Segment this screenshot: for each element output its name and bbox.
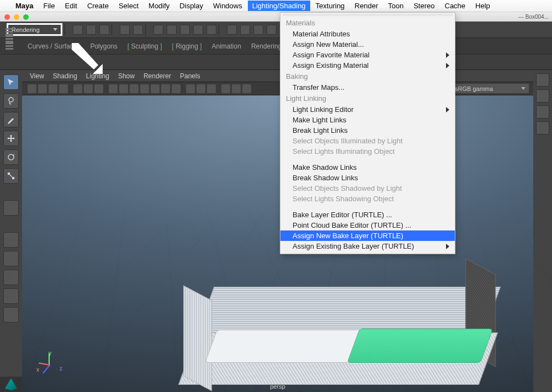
- shaded-icon[interactable]: [130, 84, 139, 93]
- minimize-icon[interactable]: [14, 14, 19, 20]
- menu-make-light-links[interactable]: Make Light Links: [280, 115, 455, 125]
- wire-shaded-icon[interactable]: [140, 84, 149, 93]
- bookmark-icon[interactable]: [49, 84, 57, 93]
- paint-tool[interactable]: [3, 112, 19, 127]
- redo-icon[interactable]: [133, 25, 143, 35]
- menu-select[interactable]: Select: [119, 2, 139, 10]
- channel-box-icon[interactable]: [536, 73, 549, 87]
- zoom-icon[interactable]: [23, 14, 29, 20]
- menu-assign-existing-bake-layer[interactable]: Assign Existing Bake Layer (TURTLE): [280, 241, 455, 251]
- menu-windows[interactable]: Windows: [213, 2, 242, 10]
- menu-light-linking-editor[interactable]: Light Linking Editor: [280, 104, 455, 115]
- snap-point-icon[interactable]: [253, 25, 263, 35]
- undo-icon[interactable]: [120, 25, 130, 35]
- menu-help[interactable]: Help: [475, 2, 490, 10]
- menu-render[interactable]: Render: [354, 2, 378, 10]
- wire-icon[interactable]: [119, 84, 128, 93]
- open-scene-icon[interactable]: [86, 25, 96, 35]
- menu-modify[interactable]: Modify: [148, 2, 169, 10]
- paint-select-icon[interactable]: [180, 25, 190, 35]
- snap-curve-icon[interactable]: [240, 25, 250, 35]
- menu-material-attributes[interactable]: Material Attributes: [280, 29, 455, 39]
- submenu-arrow-icon: [446, 107, 449, 112]
- rotate-tool[interactable]: [3, 149, 19, 165]
- textured-icon[interactable]: [151, 84, 160, 93]
- layer-editor-icon[interactable]: [536, 89, 549, 103]
- film-gate-icon[interactable]: [84, 84, 93, 93]
- menu-make-shadow-links[interactable]: Make Shadow Links: [280, 162, 455, 173]
- svg-point-2: [9, 98, 13, 102]
- menu-app[interactable]: Maya: [15, 2, 34, 10]
- safe-icon[interactable]: [94, 84, 103, 93]
- viewport[interactable]: y z x persp: [22, 95, 533, 392]
- menu-file[interactable]: File: [44, 2, 55, 10]
- menu-section-baking: Baking: [280, 71, 455, 82]
- shelf-tab-rigging[interactable]: [ Rigging ]: [172, 42, 201, 50]
- menu-assign-favorite-material[interactable]: Assign Favorite Material: [280, 50, 455, 60]
- menu-assign-new-bake-layer[interactable]: Assign New Bake Layer (TURTLE): [280, 230, 455, 241]
- menu-lighting-shading[interactable]: Lighting/Shading: [248, 1, 310, 11]
- menu-cache[interactable]: Cache: [445, 2, 466, 10]
- new-scene-icon[interactable]: [73, 25, 83, 35]
- menu-break-light-links[interactable]: Break Light Links: [280, 125, 455, 136]
- menu-display[interactable]: Display: [179, 2, 203, 10]
- grid-icon[interactable]: [109, 84, 118, 93]
- menu-break-shadow-links[interactable]: Break Shadow Links: [280, 173, 455, 183]
- aa-icon[interactable]: [242, 84, 251, 93]
- menu-texturing[interactable]: Texturing: [316, 2, 345, 10]
- snap-plane-icon[interactable]: [267, 25, 277, 35]
- select-tool-icon[interactable]: [153, 25, 163, 35]
- move-tool[interactable]: [3, 131, 19, 146]
- shelf-tab-animation[interactable]: Animation: [212, 42, 241, 50]
- panel-toolbar: sRGB gamma: [22, 82, 533, 95]
- camera-lock-icon[interactable]: [38, 84, 47, 93]
- save-scene-icon[interactable]: [99, 25, 109, 35]
- exposure-icon[interactable]: [221, 84, 230, 93]
- shadows-icon[interactable]: [172, 84, 181, 93]
- soft-select-icon[interactable]: [193, 25, 203, 35]
- svg-rect-4: [8, 173, 10, 175]
- shelf-tab-rendering[interactable]: Rendering: [251, 42, 282, 50]
- lights-icon[interactable]: [161, 84, 170, 93]
- tool-settings-icon[interactable]: [536, 121, 549, 135]
- panel-menu-panels[interactable]: Panels: [180, 72, 200, 80]
- submenu-arrow-icon: [446, 244, 449, 249]
- gamma-icon[interactable]: [232, 84, 241, 93]
- camera-select-icon[interactable]: [28, 84, 36, 93]
- menu-point-cloud-bake-editor[interactable]: Point Cloud Bake Editor (TURTLE) ...: [280, 220, 455, 230]
- mac-menubar: Maya File Edit Create Select Modify Disp…: [0, 0, 552, 12]
- attribute-editor-icon[interactable]: [536, 105, 549, 119]
- shelf-tab-sculpting[interactable]: [ Sculpting ]: [128, 42, 162, 50]
- panel-menu-show[interactable]: Show: [118, 72, 135, 80]
- menu-toon[interactable]: Toon: [388, 2, 404, 10]
- lasso-tool[interactable]: [3, 93, 19, 109]
- menu-section-materials: Materials: [280, 17, 455, 29]
- menu-assign-existing-material[interactable]: Assign Existing Material: [280, 60, 455, 71]
- menu-select-objects-illuminated: Select Objects Illuminated by Light: [280, 136, 455, 146]
- chevron-down-icon: [521, 87, 526, 90]
- submenu-arrow-icon: [446, 52, 449, 58]
- image-plane-icon[interactable]: [59, 84, 68, 93]
- shelf-handle[interactable]: [0, 26, 19, 44]
- scale-tool[interactable]: [3, 168, 19, 184]
- select-tool[interactable]: [3, 74, 19, 90]
- menu-bake-layer-editor[interactable]: Bake Layer Editor (TURTLE) ...: [280, 210, 455, 220]
- panel-menu-renderer[interactable]: Renderer: [144, 72, 171, 80]
- panel-menu-view[interactable]: View: [30, 72, 44, 80]
- color-management-dropdown[interactable]: sRGB gamma: [452, 84, 529, 93]
- gate-icon[interactable]: [73, 84, 82, 93]
- menu-transfer-maps[interactable]: Transfer Maps...: [280, 82, 455, 93]
- snap-grid-icon[interactable]: [227, 25, 237, 35]
- menu-create[interactable]: Create: [87, 2, 109, 10]
- window-title: --- Box004...: [518, 14, 549, 20]
- menu-stereo[interactable]: Stereo: [413, 2, 434, 10]
- sym-select-icon[interactable]: [206, 25, 216, 35]
- xray-icon[interactable]: [197, 84, 205, 93]
- xray-joints-icon[interactable]: [207, 84, 216, 93]
- menu-assign-new-material[interactable]: Assign New Material...: [280, 39, 455, 50]
- menu-edit[interactable]: Edit: [65, 2, 77, 10]
- lasso-tool-icon[interactable]: [167, 25, 177, 35]
- menu-select-objects-shadowed: Select Objects Shadowed by Light: [280, 183, 455, 194]
- isolate-icon[interactable]: [186, 84, 195, 93]
- close-icon[interactable]: [4, 14, 10, 20]
